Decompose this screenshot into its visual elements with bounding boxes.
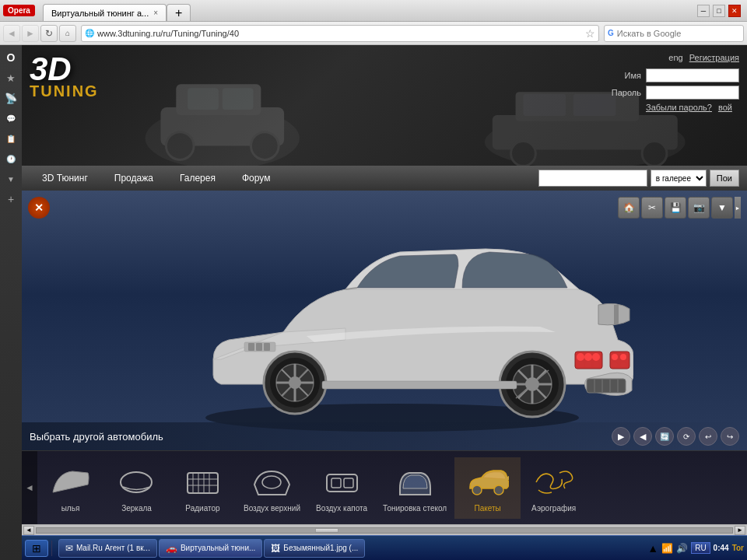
register-link[interactable]: Регистрация	[689, 53, 739, 62]
choose-car-btn[interactable]: Выбрать другой автомобиль	[30, 431, 163, 443]
svg-point-33	[593, 362, 599, 368]
part-item-airbrush[interactable]: Аэрография	[521, 457, 587, 519]
sidebar-icon-history[interactable]: 🕐	[2, 149, 20, 168]
back-btn[interactable]: ◄	[3, 25, 20, 42]
login-form: Имя Пароль Забыли пароль? вой	[602, 68, 739, 112]
close-tuner-btn[interactable]: ✕	[28, 197, 50, 219]
nav-sales[interactable]: Продажа	[102, 170, 166, 187]
tuner-save-btn[interactable]: 💾	[665, 197, 686, 219]
mail-app-label: Mail.Ru Агент (1 вк...	[76, 544, 150, 552]
tuner-cut-btn[interactable]: ✂	[641, 197, 663, 219]
name-label: Имя	[602, 71, 641, 80]
taskbar-apps: ✉ Mail.Ru Агент (1 вк... 🚗 Виртуальный т…	[58, 539, 647, 558]
sidebar-icon-star[interactable]: ★	[2, 68, 20, 87]
scrollbar-left-btn[interactable]: ◄	[23, 526, 34, 535]
rotate-btn[interactable]: 🔄	[655, 427, 674, 446]
nav-search-select[interactable]: в галерее	[651, 170, 707, 187]
parts-scroll-left-btn[interactable]: ◄	[22, 451, 37, 524]
part-item-air-top[interactable]: Воздух верхний	[236, 457, 308, 519]
part-item-mirrors[interactable]: Зеркала	[103, 457, 170, 519]
svg-rect-6	[223, 88, 254, 110]
time-display[interactable]: 0:44	[714, 543, 729, 553]
close-tab-btn[interactable]: ×	[153, 9, 158, 17]
name-input[interactable]	[646, 68, 739, 82]
sidebar-icon-rss[interactable]: 📡	[2, 89, 20, 107]
svg-rect-59	[188, 473, 218, 493]
minimize-btn[interactable]: ─	[697, 5, 710, 17]
lang-btn[interactable]: RU	[691, 542, 710, 554]
tuner-more-btn[interactable]: ▼	[711, 197, 733, 219]
forward-btn[interactable]: ►	[22, 25, 39, 42]
forgot-password-link[interactable]: Забыли пароль?	[646, 103, 712, 112]
reset-btn[interactable]: ⟳	[677, 427, 696, 446]
new-tab-btn[interactable]: +	[167, 4, 191, 21]
redo-btn[interactable]: ↪	[721, 427, 739, 446]
home-btn[interactable]: ⌂	[59, 25, 76, 42]
scrollbar-right-btn[interactable]: ►	[735, 526, 745, 535]
start-button[interactable]: ⊞	[25, 540, 48, 557]
address-bar[interactable]: 🌐 www.3dtuning.ru/ru/Tuning/Tuning/40 ☆	[81, 25, 599, 42]
part-item-radiator[interactable]: Радиатор	[170, 457, 236, 519]
svg-rect-19	[248, 343, 254, 351]
tab-bar: Виртуальный тюнинг а... × +	[43, 0, 697, 21]
tab-label: Виртуальный тюнинг а...	[51, 9, 149, 18]
sidebar: О ★ 📡 💬 📋 🕐 ▼ +	[0, 45, 22, 560]
refresh-btn[interactable]: ↻	[40, 25, 58, 42]
title-bar: Opera Виртуальный тюнинг а... × + ─ □ ✕	[0, 0, 747, 22]
part-item-fender[interactable]: ылья	[37, 457, 103, 519]
sidebar-icon-chat[interactable]: 💬	[2, 109, 20, 128]
image-icon: 🖼	[271, 543, 280, 554]
svg-point-29	[584, 353, 592, 361]
active-tab[interactable]: Виртуальный тюнинг а... ×	[43, 4, 167, 21]
bookmark-star[interactable]: ☆	[585, 27, 595, 40]
address-input[interactable]: www.3dtuning.ru/ru/Tuning/Tuning/40	[97, 29, 585, 38]
tray-icon-volume[interactable]: 🔊	[676, 543, 688, 554]
taskbar-app-mail[interactable]: ✉ Mail.Ru Агент (1 вк...	[58, 539, 157, 558]
part-icon-packages	[465, 464, 511, 502]
sidebar-icon-speed[interactable]: О	[2, 48, 20, 67]
time-text: 0:44	[714, 543, 729, 553]
part-item-packages[interactable]: Пакеты	[454, 457, 521, 519]
nav-forum[interactable]: Форум	[230, 170, 282, 187]
sidebar-icon-more[interactable]: ▼	[2, 170, 20, 188]
svg-rect-17	[614, 305, 619, 324]
nav-gallery[interactable]: Галерея	[167, 170, 228, 187]
logo-tuning-text: TUNING	[30, 82, 99, 100]
opera-logo[interactable]: Opera	[3, 5, 35, 16]
play-btn[interactable]: ▶	[612, 427, 630, 446]
password-input[interactable]	[646, 86, 739, 100]
login-link[interactable]: вой	[718, 103, 732, 112]
part-item-tinting[interactable]: Тонировка стекол	[375, 457, 454, 519]
taskbar-app-tuning[interactable]: 🚗 Виртуальный тюни...	[159, 539, 262, 558]
tuner-camera-btn[interactable]: 📷	[688, 197, 710, 219]
svg-point-3	[166, 132, 194, 160]
svg-rect-57	[322, 381, 517, 389]
site-header: 3D TUNING eng Регистрация Имя	[22, 45, 747, 166]
prev-btn[interactable]: ◀	[633, 427, 652, 446]
taskbar-app-image[interactable]: 🖼 Безымянный1.jpg (...	[264, 539, 365, 558]
maximize-btn[interactable]: □	[713, 5, 725, 17]
scrollbar-track	[36, 527, 733, 534]
undo-btn[interactable]: ↩	[699, 427, 717, 446]
svg-rect-12	[523, 94, 566, 116]
website: 3D TUNING eng Регистрация Имя	[22, 45, 747, 535]
tray-icon-network[interactable]: 📶	[661, 543, 673, 554]
scrollbar-thumb[interactable]	[315, 528, 338, 533]
nav-search-button[interactable]: Пои	[710, 170, 739, 187]
logo-3d-text: 3D	[30, 53, 99, 86]
password-label: Пароль	[602, 88, 641, 97]
sidebar-icon-add[interactable]: +	[2, 190, 20, 208]
close-window-btn[interactable]: ✕	[728, 5, 741, 17]
search-input[interactable]	[617, 29, 740, 38]
part-item-hood-air[interactable]: Воздух капота	[308, 457, 375, 519]
parts-scrollbar: ◄ ►	[22, 524, 747, 535]
nav-search-input[interactable]	[538, 170, 647, 187]
tuner-bottom-bar: Выбрать другой автомобиль ▶ ◀ 🔄 ⟳ ↩ ↪	[22, 422, 747, 450]
nav-bar: ◄ ► ↻ ⌂ 🌐 www.3dtuning.ru/ru/Tuning/Tuni…	[0, 22, 747, 45]
tray-icon-arrow[interactable]: ▲	[647, 542, 658, 555]
svg-rect-68	[331, 478, 341, 488]
search-bar[interactable]: G	[604, 25, 744, 42]
viewport-scroll-right[interactable]: ►	[735, 197, 741, 219]
sidebar-icon-notes[interactable]: 📋	[2, 129, 20, 148]
nav-3d-tuning[interactable]: 3D Тюнинг	[30, 170, 100, 187]
